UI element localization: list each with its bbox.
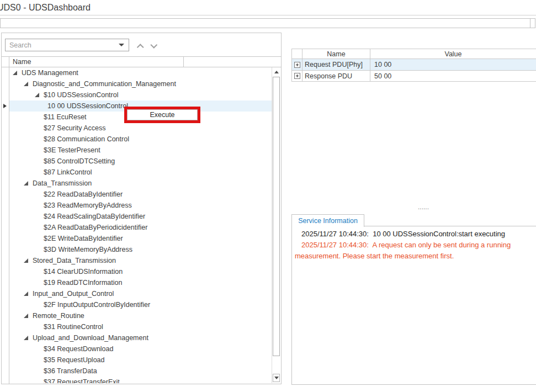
toolbar-strip-divider bbox=[530, 18, 530, 28]
pdu-name-column-header[interactable]: Name bbox=[303, 49, 370, 59]
tree-item[interactable]: $22 ReadDataByIdentifier bbox=[9, 189, 272, 200]
expander-icon[interactable] bbox=[24, 292, 33, 296]
uds-dashboard-window: UDS0 - UDSDashboard Name UDS Management … bbox=[0, 0, 536, 392]
pdu-name-cell: Response PDU bbox=[303, 71, 370, 81]
tree-item[interactable]: $3E TesterPresent bbox=[9, 145, 272, 156]
scroll-up-button[interactable] bbox=[273, 68, 280, 76]
tree-item-label: $23 ReadMemoryByAddress bbox=[44, 202, 132, 209]
tree-item[interactable]: $3D WriteMemoryByAddress bbox=[9, 244, 272, 255]
scroll-down-button[interactable] bbox=[273, 374, 280, 382]
tree-item-label: $22 ReadDataByIdentifier bbox=[44, 190, 123, 198]
combo-dropdown-icon[interactable] bbox=[119, 44, 124, 46]
chevron-up-icon bbox=[136, 44, 144, 51]
tree-item-label: $34 RequestDownload bbox=[44, 345, 113, 353]
service-information-tab-label: Service Information bbox=[298, 217, 358, 225]
tree-item-label: 10 00 UDSSessionControl bbox=[47, 102, 128, 110]
tree-item-label: $2F InputOutputControlByIdentifier bbox=[44, 301, 150, 309]
tree-item[interactable]: $10 UDSSessionControl bbox=[9, 89, 272, 100]
tree-item[interactable]: $36 TransferData bbox=[9, 365, 272, 377]
tree-item-label: $3E TesterPresent bbox=[44, 146, 100, 154]
scrollbar-thumb[interactable] bbox=[273, 77, 280, 356]
tree-item[interactable]: Diagnostic_and_Communication_Management bbox=[9, 78, 272, 89]
tree-item[interactable]: $34 RequestDownload bbox=[9, 343, 272, 354]
pdu-name-cell: Request PDU[Phy] bbox=[303, 59, 370, 70]
tree-item-label: Stored_Data_Transmission bbox=[33, 257, 116, 264]
tree-item-label: $10 UDSSessionControl bbox=[44, 91, 119, 99]
scroll-up-icon bbox=[274, 71, 279, 73]
expander-icon[interactable] bbox=[13, 71, 22, 75]
pdu-value-cell: 50 00 bbox=[370, 71, 536, 81]
pdu-value-cell: 10 00 bbox=[370, 59, 536, 70]
tree-item-label: $28 Communication Control bbox=[44, 135, 129, 143]
tab-service-information[interactable]: Service Information bbox=[291, 214, 364, 227]
tree-item[interactable]: Data_Transmission bbox=[9, 178, 272, 189]
tree-item[interactable]: $28 Communication Control bbox=[9, 134, 272, 145]
tree-item[interactable]: Remote_Routine bbox=[9, 310, 272, 321]
pdu-table: Name Value Request PDU[Phy] 10 00 Respon… bbox=[291, 49, 536, 82]
tree-item[interactable]: UDS Management bbox=[9, 67, 272, 78]
pdu-table-row[interactable]: Response PDU 50 00 bbox=[292, 70, 536, 81]
tree-item-label: $2E WriteDataByIdentifier bbox=[44, 235, 123, 242]
log-entry: 2025/11/27 10:44:30: A request can only … bbox=[293, 240, 536, 262]
log-entry: 2025/11/27 10:44:30: 10 00 UDSSessionCon… bbox=[293, 229, 536, 240]
tree-item[interactable]: $85 ControlDTCSetting bbox=[9, 156, 272, 167]
expander-icon[interactable] bbox=[24, 314, 33, 318]
expander-icon[interactable] bbox=[24, 336, 33, 340]
tree-item-label: $3D WriteMemoryByAddress bbox=[44, 246, 132, 253]
name-column-header[interactable]: Name bbox=[13, 58, 31, 66]
tree-item[interactable]: $14 ClearUDSInformation bbox=[9, 266, 272, 277]
tree-item[interactable]: $23 ReadMemoryByAddress bbox=[9, 200, 272, 211]
tree-item[interactable]: $31 RoutineControl bbox=[9, 321, 272, 332]
search-prev-button[interactable] bbox=[133, 41, 146, 51]
tree-item[interactable]: $27 Security Access bbox=[9, 123, 272, 134]
tree-item-label: $35 RequestUpload bbox=[44, 356, 105, 364]
tree-item-label: Upload_and_Download_Management bbox=[33, 334, 148, 342]
expand-plus-icon[interactable] bbox=[294, 73, 300, 79]
tree-item-label: $19 ReadDTCInformation bbox=[44, 279, 122, 287]
tree-item[interactable]: Stored_Data_Transmission bbox=[9, 255, 272, 266]
context-menu: Execute bbox=[127, 109, 198, 120]
menu-item-execute[interactable]: Execute bbox=[150, 111, 174, 119]
tree-item[interactable]: $37 RequestTransferExit bbox=[9, 377, 272, 383]
expander-icon[interactable] bbox=[24, 258, 33, 263]
expander-icon[interactable] bbox=[35, 93, 44, 97]
tree-item[interactable]: $24 ReadScalingDataByIdentifier bbox=[9, 211, 272, 222]
tree-column-header[interactable]: Name bbox=[9, 57, 280, 67]
search-input[interactable] bbox=[6, 39, 116, 51]
toolbar-strip bbox=[0, 18, 535, 28]
expander-icon[interactable] bbox=[24, 82, 33, 86]
tree-item[interactable]: Upload_and_Download_Management bbox=[9, 332, 272, 343]
tree-item-label: $87 LinkControl bbox=[44, 168, 92, 176]
search-combobox[interactable] bbox=[5, 39, 129, 51]
tree-item[interactable]: $19 ReadDTCInformation bbox=[9, 277, 272, 288]
tree-item-label: $36 TransferData bbox=[44, 367, 97, 375]
tree-item[interactable]: $2E WriteDataByIdentifier bbox=[9, 233, 272, 244]
window-title: UDS0 - UDSDashboard bbox=[0, 3, 91, 13]
tree-item[interactable]: $2F InputOutputControlByIdentifier bbox=[9, 299, 272, 310]
tree-item-label: Remote_Routine bbox=[33, 312, 84, 320]
service-tree-panel: Name UDS Management Diagnostic_and_Commu… bbox=[1, 33, 282, 384]
tree-item-label: Input_and_Output_Control bbox=[33, 290, 114, 298]
current-row-indicator-icon bbox=[3, 104, 7, 108]
tree-item[interactable]: $35 RequestUpload bbox=[9, 354, 272, 365]
tree-item-label: $14 ClearUDSInformation bbox=[44, 268, 123, 276]
expander-column-header bbox=[292, 49, 303, 59]
panel-splitter-handle[interactable]: ...... bbox=[418, 204, 429, 210]
title-separator bbox=[0, 15, 536, 15]
tree-item-label: $11 EcuReset bbox=[44, 113, 87, 121]
search-next-button[interactable] bbox=[147, 41, 161, 51]
expander-icon[interactable] bbox=[24, 181, 33, 186]
tree-item[interactable]: $87 LinkControl bbox=[9, 167, 272, 178]
tree-item-label: $27 Security Access bbox=[44, 124, 106, 132]
tree-item-label: $24 ReadScalingDataByIdentifier bbox=[44, 213, 145, 220]
scroll-down-icon bbox=[274, 377, 279, 379]
pdu-value-column-header[interactable]: Value bbox=[370, 49, 536, 59]
service-log: 2025/11/27 10:44:30: 10 00 UDSSessionCon… bbox=[293, 229, 536, 262]
annotation-highlight-rect: Execute bbox=[124, 107, 200, 123]
tree-item[interactable]: Input_and_Output_Control bbox=[9, 288, 272, 299]
tree-item[interactable]: $2A ReadDataByPeriodicidentifier bbox=[9, 222, 272, 233]
pdu-table-row[interactable]: Request PDU[Phy] 10 00 bbox=[292, 59, 536, 70]
column-divider[interactable] bbox=[183, 57, 184, 67]
tree-vertical-scrollbar[interactable] bbox=[272, 67, 280, 383]
expand-plus-icon[interactable] bbox=[294, 62, 300, 68]
